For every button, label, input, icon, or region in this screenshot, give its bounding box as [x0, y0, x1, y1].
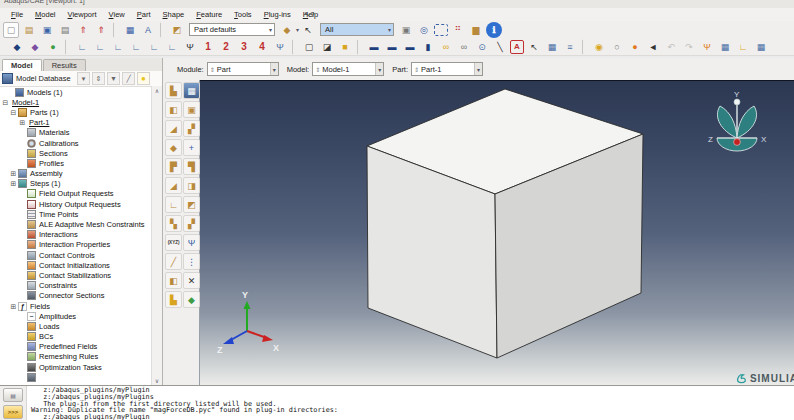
green-primitive-icon[interactable]: ●	[45, 39, 61, 55]
lightbulb-icon[interactable]: ●	[137, 72, 150, 85]
tree-tab[interactable]: Model	[2, 59, 42, 71]
tree-item[interactable]: ⊟ Parts (1)	[0, 107, 162, 117]
viewport-canvas[interactable]: Y Z X Y X Z SIMULIA	[200, 80, 794, 386]
menu-item[interactable]: File	[6, 9, 28, 20]
tree-item[interactable]: Loads	[0, 321, 162, 331]
solid-tool-icon[interactable]: ▛	[165, 158, 182, 175]
feature-edit-icon[interactable]: ◧	[165, 101, 182, 118]
separator[interactable]	[160, 22, 165, 38]
options-table-icon[interactable]: ▦	[717, 39, 733, 55]
shaded-render-icon[interactable]: ■	[337, 39, 353, 55]
tree-item[interactable]: ~ Amplitudes	[0, 311, 162, 321]
tree-item[interactable]: Sections	[0, 148, 162, 158]
menu-item[interactable]: Feature	[191, 9, 227, 20]
highlight-dot-icon[interactable]: ●	[627, 39, 643, 55]
tree-item[interactable]: Interaction Properties	[0, 240, 162, 250]
viewport-layout-icon-3[interactable]: ▬	[402, 39, 418, 55]
axis-person-icon[interactable]: Ψ	[182, 39, 198, 55]
display-group-combo[interactable]: Part defaults ▾	[189, 23, 275, 36]
menu-item[interactable]: Plug-ins	[259, 9, 296, 20]
separator[interactable]	[582, 39, 587, 55]
menu-item[interactable]: Shape	[158, 9, 190, 20]
link-viewports-icon[interactable]: ∞	[438, 39, 454, 55]
print-icon[interactable]: ▤	[57, 22, 73, 38]
magnify-icon[interactable]: ⊙	[474, 39, 490, 55]
color-code-white-icon[interactable]: ○	[609, 39, 625, 55]
viewport-layout-icon-4[interactable]: ▮	[420, 39, 436, 55]
database-combo-arrow-icon[interactable]: ▾	[77, 72, 90, 85]
scroll-down-icon[interactable]: ∨	[155, 376, 159, 385]
tree-item[interactable]: Models (1)	[0, 87, 162, 97]
list-icon[interactable]: ≡	[562, 39, 578, 55]
gold-part-icon[interactable]: ▙	[165, 291, 182, 308]
tree-item[interactable]: Contact Stabilizations	[0, 270, 162, 280]
datum-csys-icon[interactable]: Ψ	[183, 234, 200, 251]
tree-expand-toggle[interactable]: ⊟	[1, 98, 10, 107]
select-box-icon[interactable]: ▣	[398, 22, 414, 38]
undo-icon[interactable]: ↶	[663, 39, 679, 55]
repair-tools-icon[interactable]: ✕	[183, 272, 200, 289]
datum-edge-icon-5[interactable]: ∟	[146, 39, 162, 55]
select-flag-icon[interactable]: ◄	[645, 39, 661, 55]
tree-item[interactable]: Time Points	[0, 209, 162, 219]
spin-icon[interactable]: ⇕	[92, 72, 105, 85]
wireframe-render-icon[interactable]: ▢	[301, 39, 317, 55]
part-combo[interactable]: ⇕ Part-1 ▾	[411, 62, 483, 76]
chevron-down-icon[interactable]: ▾	[296, 26, 299, 33]
probe-icon[interactable]: ◎	[416, 22, 432, 38]
datum-edge-icon-2[interactable]: ∟	[92, 39, 108, 55]
blue-cube-icon[interactable]: ◆	[9, 39, 25, 55]
scroll-up-icon[interactable]: ∧	[155, 86, 159, 95]
manager-table-icon[interactable]: ▦	[753, 39, 769, 55]
separator[interactable]	[292, 39, 297, 55]
vertex-list-icon[interactable]: ⋮	[183, 253, 200, 270]
frame-icon[interactable]: A	[140, 22, 156, 38]
tree-expand-toggle[interactable]: ⊞	[9, 169, 18, 178]
hiddenline-render-icon[interactable]: ◪	[319, 39, 335, 55]
tree-item[interactable]: ⊟ Model-1	[0, 97, 162, 107]
number-3-icon[interactable]: 3	[236, 39, 252, 55]
menu-item[interactable]: Model	[30, 9, 60, 20]
open-file-icon[interactable]: ▤	[21, 22, 37, 38]
tree-item[interactable]: Field Output Requests	[0, 189, 162, 199]
message-manager-tab-icon[interactable]: ▤	[3, 388, 23, 402]
shell-tool-icon[interactable]: ▜	[183, 158, 200, 175]
annotation-line-icon[interactable]: ╲	[492, 39, 508, 55]
datum-edge-icon-6[interactable]: ∟	[164, 39, 180, 55]
viewport-layout-icon-2[interactable]: ▬	[384, 39, 400, 55]
mirror-tool-icon[interactable]: ◨	[183, 177, 200, 194]
csys-branch-icon[interactable]: Ψ	[272, 39, 288, 55]
chamfer-icon[interactable]: ◢	[165, 120, 182, 137]
tree-item[interactable]: Calibrations	[0, 138, 162, 148]
tree-item[interactable]: Interactions	[0, 230, 162, 240]
basket-icon[interactable]: ▆	[468, 22, 484, 38]
annotation-manager-icon[interactable]: ▦	[544, 39, 560, 55]
pencil-icon[interactable]: ╱	[122, 72, 135, 85]
datum-edge-icon-3[interactable]: ∟	[110, 39, 126, 55]
feature-manager-icon[interactable]: ▣	[183, 101, 200, 118]
tree-item[interactable]	[0, 372, 162, 382]
number-4-icon[interactable]: 4	[254, 39, 270, 55]
tree-tab[interactable]: Results	[43, 59, 86, 71]
render-palette-icon[interactable]: ◩	[169, 22, 185, 38]
new-file-icon[interactable]: ▢	[3, 22, 19, 38]
separator[interactable]	[113, 22, 118, 38]
partition-cell-icon[interactable]: ▚	[165, 215, 182, 232]
number-1-icon[interactable]: 1	[200, 39, 216, 55]
tree-item[interactable]: Predefined Fields	[0, 342, 162, 352]
tree-item[interactable]: Contact Controls	[0, 250, 162, 260]
query-person-icon[interactable]: Ψ	[699, 39, 715, 55]
module-combo[interactable]: ⇕ Part ▾	[207, 62, 279, 76]
tree-item[interactable]: ⊞ Steps (1)	[0, 179, 162, 189]
tree-expand-toggle[interactable]: ⊞	[9, 302, 18, 311]
view-cube-dropdown-icon[interactable]: ◆	[279, 22, 295, 38]
info-icon[interactable]: ℹ	[486, 22, 502, 38]
menu-item[interactable]: View	[104, 9, 130, 20]
part-cube[interactable]	[367, 89, 643, 358]
tree-item[interactable]: Remeshing Rules	[0, 352, 162, 362]
tree-item[interactable]: ALE Adaptive Mesh Constraints	[0, 219, 162, 229]
datum-edge-icon-4[interactable]: ∟	[128, 39, 144, 55]
datum-edge-icon-1[interactable]: ∟	[74, 39, 90, 55]
partition-face-icon[interactable]: ◩	[183, 196, 200, 213]
context-help-icon[interactable]: ↖?	[300, 10, 314, 19]
